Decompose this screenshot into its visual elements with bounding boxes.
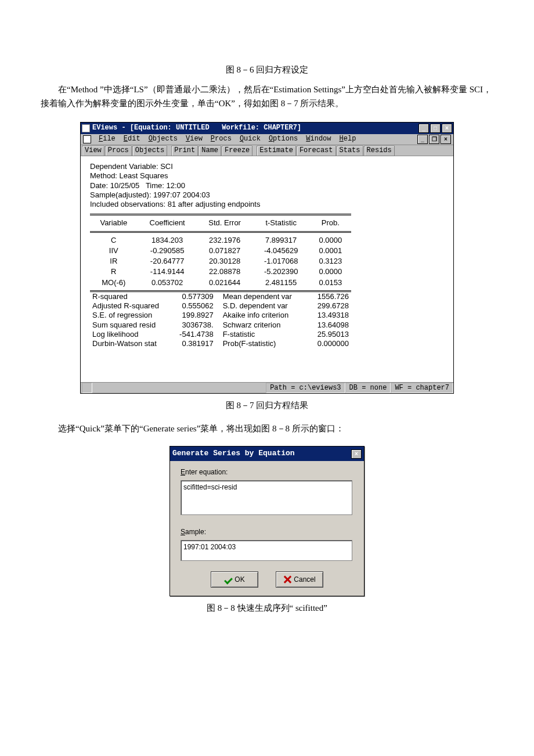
status-stub — [82, 383, 92, 393]
summary-statistics: R-squared0.577309Mean dependent var1556.… — [90, 292, 351, 349]
tool-forecast[interactable]: Forecast — [297, 146, 336, 156]
tool-procs[interactable]: Procs — [105, 146, 132, 156]
status-db: DB = none — [345, 383, 391, 393]
figure-caption-8-7: 图 8－7 回归方程结果 — [41, 398, 493, 412]
sample-label: Sample: — [181, 527, 353, 538]
table-row: IR-20.6477720.30128-1.0170680.3123 — [90, 256, 351, 267]
mdi-restore-button[interactable]: ❐ — [429, 135, 439, 144]
ok-button[interactable]: OK — [211, 571, 258, 588]
sample-input[interactable]: 1997:01 2004:03 — [181, 540, 352, 561]
doc-icon — [83, 135, 91, 143]
mdi-minimize-button[interactable]: _ — [417, 135, 428, 144]
summary-row: R-squared0.577309Mean dependent var1556.… — [90, 292, 351, 301]
eviews-window: EViews - [Equation: UNTITLED Workfile: C… — [80, 122, 454, 394]
figure-caption-8-8: 图 8－8 快速生成序列“ scifitted” — [41, 601, 493, 615]
app-icon — [82, 124, 90, 132]
cancel-button[interactable]: Cancel — [276, 571, 323, 588]
menu-edit[interactable]: Edit — [120, 135, 145, 143]
summary-row: Durbin-Watson stat0.381917Prob(F-statist… — [90, 339, 351, 348]
tool-name[interactable]: Name — [199, 146, 221, 156]
paragraph-1: 在“Method ”中选择“LS”（即普通最小二乘法），然后在“Estimati… — [41, 82, 493, 110]
menu-options[interactable]: Options — [265, 135, 302, 143]
col-header: Prob. — [310, 215, 351, 232]
menu-view[interactable]: View — [182, 135, 207, 143]
tool-print[interactable]: Print — [171, 146, 198, 156]
maximize-button[interactable]: □ — [430, 124, 441, 133]
menu-objects[interactable]: Objects — [145, 135, 182, 143]
menu-window[interactable]: Window — [302, 135, 335, 143]
summary-row: Sum squared resid3036738.Schwarz criteri… — [90, 321, 351, 330]
col-header: Std. Error — [197, 215, 252, 232]
tool-resids[interactable]: Resids — [364, 146, 395, 156]
tool-stats[interactable]: Stats — [337, 146, 363, 156]
menu-procs[interactable]: Procs — [207, 135, 236, 143]
col-header: Coefficient — [138, 215, 197, 232]
cancel-label: Cancel — [294, 574, 315, 585]
coefficients-table: VariableCoefficientStd. Errort-Statistic… — [90, 214, 351, 292]
dialog-close-button[interactable]: × — [351, 449, 362, 459]
table-row: C1834.203232.19767.8993170.0000 — [90, 232, 351, 246]
status-path: Path = c:\eviews3 — [266, 383, 345, 393]
table-row: R-114.914422.08878-5.2023900.0000 — [90, 267, 351, 277]
status-wf: WF = chapter7 — [391, 383, 453, 393]
window-title: EViews - [Equation: UNTITLED Workfile: C… — [92, 123, 418, 134]
info-line: Date: 10/25/05 Time: 12:00 — [90, 181, 444, 190]
check-icon — [224, 575, 232, 584]
ok-label: OK — [234, 574, 244, 585]
summary-row: S.E. of regression199.8927Akaike info cr… — [90, 311, 351, 320]
generate-series-dialog: Generate Series by Equation × Enter equa… — [169, 446, 365, 596]
tool-estimate[interactable]: Estimate — [257, 146, 296, 156]
figure-caption-8-6: 图 8－6 回归方程设定 — [41, 63, 493, 77]
col-header: t-Statistic — [252, 215, 310, 232]
menu-file[interactable]: File — [95, 135, 120, 143]
paragraph-2: 选择“Quick”菜单下的“Generate series”菜单，将出现如图 8… — [41, 422, 493, 435]
minimize-button[interactable]: _ — [418, 124, 429, 133]
close-button[interactable]: × — [442, 124, 452, 133]
x-icon — [283, 575, 291, 584]
info-line: Dependent Variable: SCI — [90, 162, 444, 171]
equation-input[interactable]: scifitted=sci-resid — [181, 480, 352, 515]
menu-quick[interactable]: Quick — [236, 135, 265, 143]
tool-objects[interactable]: Objects — [132, 146, 167, 156]
menu-help[interactable]: Help — [335, 135, 360, 143]
info-line: Method: Least Squares — [90, 171, 444, 181]
info-line: Included observations: 81 after adjustin… — [90, 200, 444, 209]
summary-row: Log likelihood-541.4738F-statistic25.950… — [90, 330, 351, 339]
status-bar: Path = c:\eviews3 DB = none WF = chapter… — [81, 382, 453, 393]
table-row: MO(-6)0.0537020.0216442.4811550.0153 — [90, 278, 351, 291]
col-header: Variable — [90, 215, 138, 232]
enter-equation-label: Enter equation: — [181, 467, 353, 478]
dialog-title: Generate Series by Equation — [172, 448, 351, 460]
regression-output: Dependent Variable: SCIMethod: Least Squ… — [81, 156, 453, 382]
menu-bar: FileEditObjectsViewProcsQuickOptionsWind… — [81, 134, 453, 145]
tool-freeze[interactable]: Freeze — [222, 146, 252, 156]
toolbar: ViewProcsObjectsPrintNameFreezeEstimateF… — [81, 145, 453, 156]
summary-row: Adjusted R-squared0.555062S.D. dependent… — [90, 301, 351, 311]
mdi-close-button[interactable]: × — [441, 135, 451, 144]
table-row: IIV-0.2905850.071827-4.0456290.0001 — [90, 246, 351, 256]
tool-view[interactable]: View — [82, 146, 104, 156]
title-bar: EViews - [Equation: UNTITLED Workfile: C… — [81, 123, 453, 134]
info-line: Sample(adjusted): 1997:07 2004:03 — [90, 190, 444, 200]
dialog-title-bar: Generate Series by Equation × — [170, 447, 364, 461]
